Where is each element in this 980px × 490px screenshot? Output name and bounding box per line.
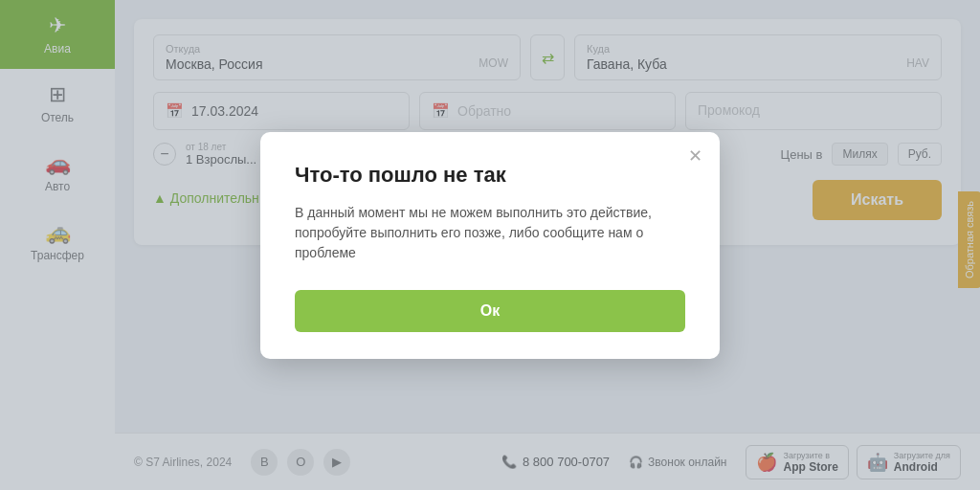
error-modal: ✕ Что-то пошло не так В данный момент мы… [260, 132, 720, 359]
modal-body: В данный момент мы не можем выполнить эт… [295, 203, 685, 263]
modal-overlay[interactable]: ✕ Что-то пошло не так В данный момент мы… [0, 0, 980, 490]
modal-title: Что-то пошло не так [295, 163, 685, 188]
modal-close-button[interactable]: ✕ [688, 145, 702, 167]
modal-ok-button[interactable]: Ок [295, 290, 685, 332]
